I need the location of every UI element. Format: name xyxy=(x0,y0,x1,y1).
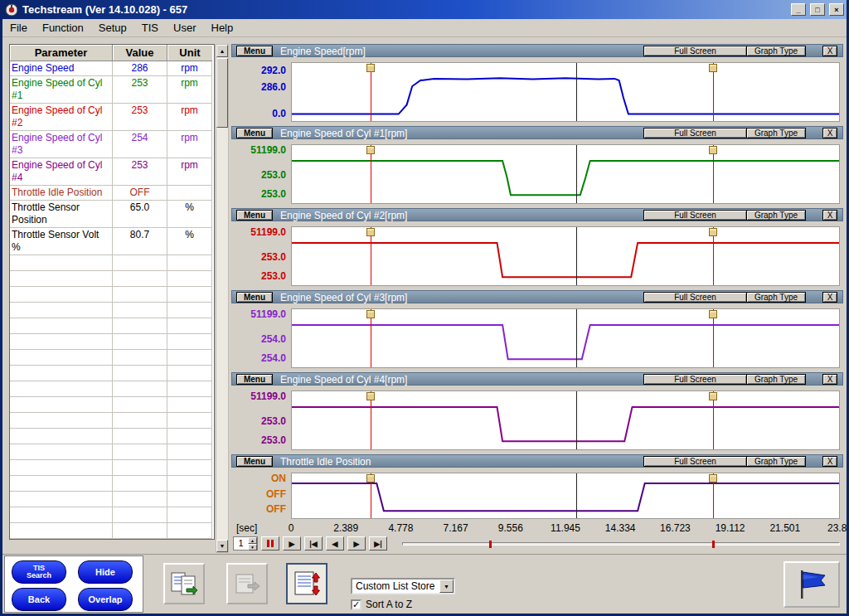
sort-checkbox[interactable]: ✓ xyxy=(351,599,361,610)
minimize-button[interactable]: _ xyxy=(791,3,806,16)
cursor-flag-icon[interactable] xyxy=(366,64,375,72)
graph-menu-button[interactable]: Menu xyxy=(236,210,273,221)
full-screen-button[interactable]: Full Screen xyxy=(643,128,747,138)
scroll-up-icon[interactable]: ▲ xyxy=(216,45,228,57)
menu-item-function[interactable]: Function xyxy=(35,19,91,36)
close-graph-button[interactable]: X xyxy=(822,292,837,303)
list-store-dropdown[interactable]: Custom List Store ▼ xyxy=(351,578,455,594)
graph-type-button[interactable]: Graph Type xyxy=(746,374,806,385)
column-header-parameter[interactable]: Parameter xyxy=(10,45,113,61)
cursor-flag-icon[interactable] xyxy=(366,474,375,483)
cursor-flag-icon[interactable] xyxy=(709,228,717,236)
menu-item-user[interactable]: User xyxy=(166,19,203,36)
spinner-down-icon[interactable]: ▼ xyxy=(248,544,257,551)
overlap-button[interactable]: Overlap xyxy=(78,588,133,611)
plot-canvas[interactable] xyxy=(291,390,840,450)
timeline-slider[interactable] xyxy=(402,540,840,548)
menu-item-tis[interactable]: TIS xyxy=(134,19,166,36)
close-graph-button[interactable]: X xyxy=(822,210,837,221)
cursor-flag-icon[interactable] xyxy=(709,392,717,400)
table-row[interactable]: Engine Speed of Cyl #4253rpm xyxy=(10,158,214,186)
step-forward-button[interactable]: ▶ xyxy=(347,536,366,551)
graph-type-button[interactable]: Graph Type xyxy=(746,456,806,467)
slider-cursor-mark[interactable] xyxy=(489,541,492,548)
full-screen-button[interactable]: Full Screen xyxy=(643,292,747,303)
full-screen-button[interactable]: Full Screen xyxy=(643,46,747,56)
maximize-button[interactable]: □ xyxy=(810,3,825,16)
timeline-center-line xyxy=(576,391,577,449)
chevron-down-icon[interactable]: ▼ xyxy=(439,580,454,593)
close-graph-button[interactable]: X xyxy=(822,46,837,56)
graph-type-button[interactable]: Graph Type xyxy=(746,46,806,56)
cursor-flag-icon[interactable] xyxy=(709,310,717,318)
back-button[interactable]: Back xyxy=(12,588,66,611)
menu-item-setup[interactable]: Setup xyxy=(91,19,134,36)
table-row[interactable]: Throttle Idle PositionOFF xyxy=(10,186,214,201)
cursor-flag-icon[interactable] xyxy=(709,64,717,72)
flag-button[interactable] xyxy=(784,561,840,608)
menu-item-help[interactable]: Help xyxy=(204,19,241,36)
plot-canvas[interactable] xyxy=(291,473,840,519)
plot-area: 51199.0253.0253.0 xyxy=(231,139,843,208)
hide-button[interactable]: Hide xyxy=(78,560,133,584)
table-row[interactable]: Engine Speed of Cyl #2253rpm xyxy=(10,104,214,131)
table-scrollbar[interactable]: ▲ ▼ xyxy=(216,44,229,553)
pause-button[interactable] xyxy=(261,536,279,551)
plot-canvas[interactable] xyxy=(291,144,840,204)
skip-start-button[interactable]: |◀ xyxy=(304,536,323,551)
table-row[interactable]: Engine Speed of Cyl #3254rpm xyxy=(10,131,214,158)
full-screen-button[interactable]: Full Screen xyxy=(643,374,747,385)
graph-menu-button[interactable]: Menu xyxy=(236,456,273,467)
graph-menu-button[interactable]: Menu xyxy=(236,292,273,303)
frame-spinner[interactable]: 1 ▲ ▼ xyxy=(233,536,258,551)
graph-type-button[interactable]: Graph Type xyxy=(746,210,806,221)
plot-canvas[interactable] xyxy=(291,62,840,122)
cursor-flag-icon[interactable] xyxy=(366,310,375,318)
plot-canvas[interactable] xyxy=(291,226,840,286)
skip-end-button[interactable]: ▶| xyxy=(369,536,387,551)
x-axis-tick: 7.167 xyxy=(444,522,468,534)
close-graph-button[interactable]: X xyxy=(822,128,837,138)
cursor-flag-icon[interactable] xyxy=(366,228,375,236)
table-row[interactable]: Throttle Sensor Position65.0% xyxy=(10,201,214,228)
unit-cell: rpm xyxy=(167,76,212,104)
cursor-flag-icon[interactable] xyxy=(366,392,375,400)
graph-menu-button[interactable]: Menu xyxy=(236,374,273,385)
param-cell xyxy=(10,492,113,507)
cursor-flag-icon[interactable] xyxy=(709,474,717,483)
graph-type-button[interactable]: Graph Type xyxy=(746,292,806,303)
table-row[interactable]: Engine Speed286rpm xyxy=(10,61,214,76)
record-button[interactable] xyxy=(226,563,268,604)
value-cell xyxy=(113,413,167,429)
graph-header: MenuThrottle Idle PositionFull ScreenGra… xyxy=(231,454,843,468)
graph-type-button[interactable]: Graph Type xyxy=(746,128,806,138)
plot-canvas[interactable] xyxy=(291,308,840,368)
scroll-down-icon[interactable]: ▼ xyxy=(216,540,228,552)
slider-cursor-mark[interactable] xyxy=(712,541,715,548)
table-row[interactable]: Throttle Sensor Volt %80.7% xyxy=(10,228,214,255)
custom-list-button[interactable] xyxy=(163,563,205,604)
close-graph-button[interactable]: X xyxy=(822,456,837,467)
graph-menu-button[interactable]: Menu xyxy=(236,128,273,138)
full-screen-button[interactable]: Full Screen xyxy=(643,210,747,221)
value-cell: 80.7 xyxy=(113,228,167,255)
table-row[interactable]: Engine Speed of Cyl #1253rpm xyxy=(10,76,214,104)
menu-item-file[interactable]: File xyxy=(2,19,35,36)
tis-search-button[interactable]: TIS Search xyxy=(12,560,66,584)
column-header-unit[interactable]: Unit xyxy=(167,45,212,61)
close-graph-button[interactable]: X xyxy=(822,374,837,385)
full-screen-button[interactable]: Full Screen xyxy=(643,456,747,467)
graph-menu-button[interactable]: Menu xyxy=(236,46,273,56)
column-header-value[interactable]: Value xyxy=(113,45,167,61)
close-button[interactable]: × xyxy=(829,3,844,16)
unit-cell xyxy=(167,366,212,381)
scrollbar-thumb[interactable] xyxy=(216,58,228,128)
value-cell: 253 xyxy=(113,158,167,186)
spinner-up-icon[interactable]: ▲ xyxy=(248,537,257,544)
graph-list-button[interactable] xyxy=(286,563,327,604)
step-back-button[interactable]: ◀ xyxy=(326,536,344,551)
play-button[interactable]: ▶ xyxy=(283,536,301,551)
cursor-flag-icon[interactable] xyxy=(709,146,717,154)
cursor-flag-icon[interactable] xyxy=(366,146,375,154)
param-cell: Engine Speed of Cyl #3 xyxy=(10,131,113,158)
